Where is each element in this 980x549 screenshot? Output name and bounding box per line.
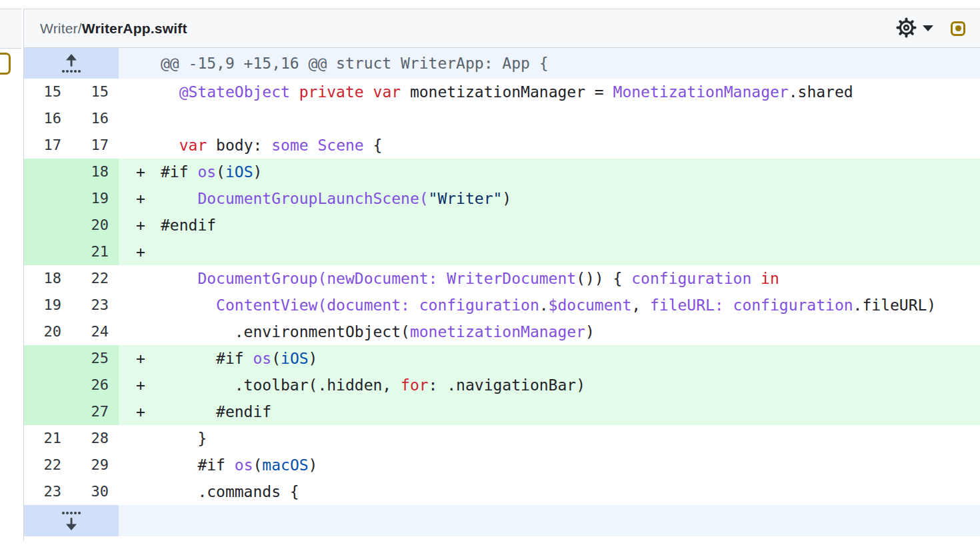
diff-page: { "file_header": { "path_prefix": "Write… [0, 0, 980, 549]
hunk-header: @@ -15,9 +15,16 @@ struct WriterApp: App… [119, 48, 980, 79]
card-footer-space [24, 536, 980, 541]
old-line-number[interactable] [24, 372, 71, 398]
old-line-number[interactable] [24, 159, 71, 185]
old-line-number[interactable] [24, 239, 71, 265]
code-line: +#endif [119, 212, 980, 239]
old-line-number[interactable]: 22 [24, 452, 71, 478]
old-line-number[interactable] [24, 212, 71, 239]
code-line: var body: some Scene { [119, 132, 980, 159]
code-text: #if os(macOS) [161, 456, 317, 474]
old-line-number[interactable]: 17 [24, 132, 71, 159]
new-line-number[interactable]: 19 [71, 185, 119, 212]
diff-options-button[interactable] [896, 17, 933, 40]
new-line-number[interactable]: 28 [71, 425, 119, 452]
file-name: WriterApp.swift [82, 21, 187, 36]
diff-code-row: 20 24 .environmentObject(monetizationMan… [24, 318, 980, 345]
modified-dot-square-icon[interactable] [951, 21, 965, 36]
old-line-number[interactable]: 15 [24, 79, 71, 105]
diff-add-marker: + [136, 239, 145, 265]
code-line: @StateObject private var monetizationMan… [119, 79, 980, 105]
code-text: @StateObject private var monetizationMan… [161, 83, 853, 101]
diff-add-marker: + [136, 212, 145, 239]
code-line: + #if os(iOS) [119, 345, 980, 372]
code-line: .environmentObject(monetizationManager) [119, 318, 980, 345]
code-line: DocumentGroup(newDocument: WriterDocumen… [119, 265, 980, 292]
diff-code-row: 19 + DocumentGroupLaunchScene("Writer") [24, 185, 980, 212]
fold-up-icon [58, 52, 85, 75]
diff-add-marker: + [136, 398, 145, 425]
expand-hunk-button[interactable] [24, 505, 119, 536]
new-line-number[interactable]: 29 [71, 452, 119, 478]
code-text: var body: some Scene { [161, 137, 382, 154]
old-line-number[interactable] [24, 398, 71, 425]
old-line-number[interactable]: 21 [24, 425, 71, 452]
diff-code-row: 19 23 ContentView(document: configuratio… [24, 292, 980, 318]
code-line: #if os(macOS) [119, 452, 980, 478]
diff-code-row: 27 + #endif [24, 398, 980, 425]
code-line: .commands { [119, 478, 980, 505]
old-line-number[interactable]: 20 [24, 318, 71, 345]
file-path: Writer/WriterApp.swift [40, 21, 187, 37]
new-line-number[interactable]: 26 [71, 372, 119, 398]
new-line-number[interactable]: 16 [71, 105, 119, 132]
expand-hunk-button[interactable] [24, 48, 119, 79]
diff-code-row: 22 29 #if os(macOS) [24, 452, 980, 478]
new-line-number[interactable]: 30 [71, 478, 119, 505]
diff-code-row: 20 +#endif [24, 212, 980, 239]
new-line-number[interactable]: 22 [71, 265, 119, 292]
old-line-number[interactable]: 19 [24, 292, 71, 318]
diff-code-row: 17 17 var body: some Scene { [24, 132, 980, 159]
diff-code-row: 18 22 DocumentGroup(newDocument: WriterD… [24, 265, 980, 292]
new-line-number[interactable]: 17 [71, 132, 119, 159]
hunk-header [119, 505, 980, 536]
new-line-number[interactable]: 20 [71, 212, 119, 239]
old-line-number[interactable] [24, 345, 71, 372]
file-header: Writer/WriterApp.swift [24, 9, 980, 48]
dot [955, 25, 961, 31]
code-line: } [119, 425, 980, 452]
diff-table: @@ -15,9 +15,16 @@ struct WriterApp: App… [24, 48, 980, 536]
diff-add-marker: + [136, 345, 145, 372]
gear-icon [896, 17, 917, 40]
code-text: ContentView(document: configuration.$doc… [161, 296, 936, 314]
diff-add-marker: + [136, 372, 145, 398]
file-header-actions [896, 17, 965, 40]
code-text: #if os(iOS) [161, 350, 317, 367]
code-line: + .toolbar(.hidden, for: .navigationBar) [119, 372, 980, 398]
old-line-number[interactable]: 18 [24, 265, 71, 292]
new-line-number[interactable]: 27 [71, 398, 119, 425]
hunk-header-text: @@ -15,9 +15,16 @@ struct WriterApp: App… [161, 55, 549, 72]
diff-code-row: 21 + [24, 239, 980, 265]
old-line-number[interactable]: 16 [24, 105, 71, 132]
dropdown-caret-icon [923, 25, 933, 31]
diff-hunk-row [24, 505, 980, 536]
new-line-number[interactable]: 24 [71, 318, 119, 345]
diff-add-marker: + [136, 159, 145, 185]
file-diff-card: Writer/WriterApp.swift [23, 9, 980, 541]
new-line-number[interactable]: 18 [71, 159, 119, 185]
left-rail [0, 0, 21, 549]
diff-code-row: 23 30 .commands { [24, 478, 980, 505]
modified-file-edge-marker-icon [0, 53, 11, 75]
fold-down-icon [58, 510, 85, 532]
new-line-number[interactable]: 25 [71, 345, 119, 372]
diff-hunk-row: @@ -15,9 +15,16 @@ struct WriterApp: App… [24, 48, 980, 79]
new-line-number[interactable]: 23 [71, 292, 119, 318]
left-rail-header-block [0, 9, 21, 49]
new-line-number[interactable]: 15 [71, 79, 119, 105]
diff-code-row: 26 + .toolbar(.hidden, for: .navigationB… [24, 372, 980, 398]
code-line: ContentView(document: configuration.$doc… [119, 292, 980, 318]
old-line-number[interactable]: 23 [24, 478, 71, 505]
code-text: #if os(iOS) [161, 163, 262, 181]
new-line-number[interactable]: 21 [71, 239, 119, 265]
code-text: .environmentObject(monetizationManager) [161, 323, 595, 340]
file-path-prefix: Writer/ [40, 21, 82, 36]
code-text: .commands { [161, 483, 299, 500]
code-line [119, 105, 980, 132]
old-line-number[interactable] [24, 185, 71, 212]
code-text: #endif [161, 403, 271, 420]
diff-code-row: 15 15 @StateObject private var monetizat… [24, 79, 980, 105]
code-text: .toolbar(.hidden, for: .navigationBar) [161, 376, 585, 394]
diff-add-marker: + [136, 185, 145, 212]
diff-code-row: 21 28 } [24, 425, 980, 452]
